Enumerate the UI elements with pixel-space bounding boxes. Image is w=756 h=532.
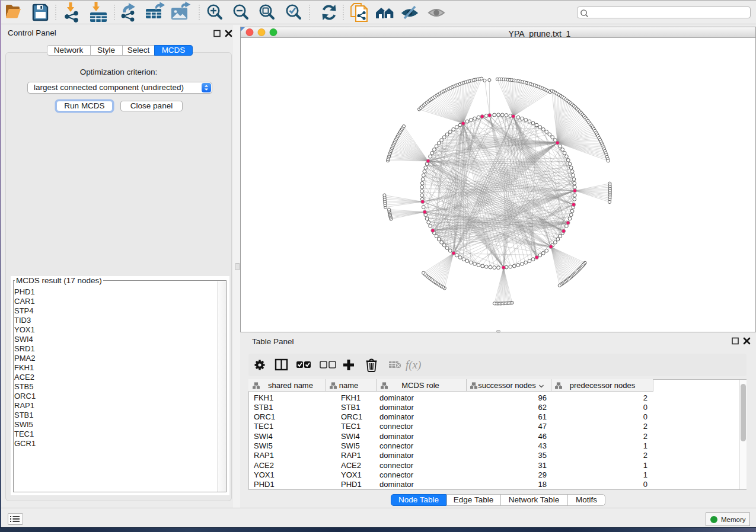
svg-text:f(x): f(x) <box>406 358 421 371</box>
